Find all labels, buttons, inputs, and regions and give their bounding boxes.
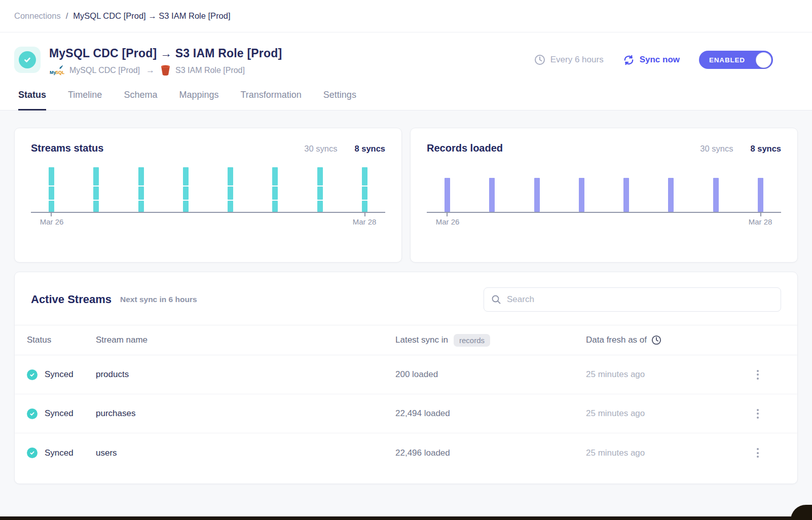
enabled-toggle[interactable]: ENABLED <box>699 51 773 69</box>
data-fresh: 25 minutes ago <box>586 448 735 458</box>
s3-bucket-icon <box>161 65 170 76</box>
streams-table-header: Status Stream name Latest sync in record… <box>15 325 797 355</box>
chart-bar <box>579 178 584 212</box>
synced-check-icon <box>27 408 38 419</box>
tab-schema[interactable]: Schema <box>124 90 157 110</box>
page-title: MySQL CDC [Prod] → S3 IAM Role [Prod] <box>49 47 282 60</box>
streams-status-range[interactable]: 30 syncs <box>304 144 337 154</box>
col-data-fresh: Data fresh as of <box>586 335 647 345</box>
records-badge[interactable]: records <box>454 334 490 347</box>
col-stream-name: Stream name <box>96 335 395 345</box>
chart-bar <box>489 178 495 212</box>
schedule-label: Every 6 hours <box>550 55 604 65</box>
records-loaded: 22,494 loaded <box>395 408 586 419</box>
sync-schedule: Every 6 hours <box>534 54 604 65</box>
breadcrumb-connections-link[interactable]: Connections <box>14 11 61 21</box>
sync-now-button[interactable]: Sync now <box>623 54 680 66</box>
svg-text:SQL: SQL <box>55 70 64 75</box>
screen-bottom-edge <box>0 516 812 520</box>
chart-bar <box>445 178 450 212</box>
connection-header: MySQL CDC [Prod] → S3 IAM Role [Prod] My… <box>0 32 812 110</box>
streams-status-selected[interactable]: 8 syncs <box>354 144 385 154</box>
arrow-icon: → <box>145 65 156 76</box>
stream-name: purchases <box>96 408 395 419</box>
stream-name: users <box>96 448 395 458</box>
refresh-icon <box>623 54 635 66</box>
toggle-knob <box>756 52 771 68</box>
connection-tabs: Status Timeline Schema Mappings Transfor… <box>0 90 812 110</box>
search-input[interactable] <box>507 294 773 305</box>
col-latest-sync: Latest sync in <box>395 335 448 345</box>
chart-bar <box>317 167 323 212</box>
records-loaded-chart: Mar 26 Mar 28 <box>427 166 781 226</box>
chart-bar <box>713 178 719 212</box>
x-axis <box>427 212 781 213</box>
records-loaded-card: Records loaded 30 syncs 8 syncs Mar 26 M… <box>410 128 798 263</box>
stream-name: products <box>96 369 395 380</box>
active-streams-title: Active Streams <box>31 293 112 306</box>
tab-mappings[interactable]: Mappings <box>179 90 218 110</box>
screen-bottom-corner <box>791 505 812 520</box>
tab-settings[interactable]: Settings <box>323 90 356 110</box>
streams-status-card: Streams status 30 syncs 8 syncs Mar 26 M… <box>14 128 402 263</box>
breadcrumb: Connections / MySQL CDC [Prod] → S3 IAM … <box>0 0 812 32</box>
chart-bar <box>534 178 540 212</box>
search-icon <box>491 294 501 305</box>
row-status: Synced <box>45 448 73 458</box>
tab-transformation[interactable]: Transformation <box>240 90 301 110</box>
row-menu-button[interactable] <box>753 446 763 460</box>
x-axis-end-label: Mar 28 <box>351 217 378 226</box>
col-status: Status <box>27 335 96 345</box>
row-menu-button[interactable] <box>753 407 763 421</box>
chart-bar <box>758 178 763 212</box>
chart-bar <box>272 167 278 212</box>
x-axis-start-label: Mar 26 <box>434 217 461 226</box>
stream-search[interactable] <box>484 287 781 312</box>
table-row-purchases[interactable]: Synced purchases 22,494 loaded 25 minute… <box>15 394 797 433</box>
check-circle-icon <box>19 51 36 68</box>
x-axis <box>31 212 385 213</box>
chart-bar <box>93 167 99 212</box>
breadcrumb-current: MySQL CDC [Prod] → S3 IAM Role [Prod] <box>73 11 230 21</box>
x-axis-start-label: Mar 26 <box>38 217 65 226</box>
data-fresh: 25 minutes ago <box>586 369 735 380</box>
chart-bar <box>183 167 189 212</box>
source-name: MySQL CDC [Prod] <box>69 66 140 75</box>
records-loaded-title: Records loaded <box>427 142 503 154</box>
clock-icon <box>534 54 545 65</box>
destination-name: S3 IAM Role [Prod] <box>175 66 245 75</box>
chart-bar <box>668 178 674 212</box>
connection-status-icon <box>14 47 41 73</box>
table-row-users[interactable]: Synced users 22,496 loaded 25 minutes ag… <box>15 433 797 472</box>
sync-now-label: Sync now <box>640 55 680 65</box>
row-status: Synced <box>45 369 73 380</box>
x-axis-end-label: Mar 28 <box>747 217 774 226</box>
chart-bar <box>138 167 144 212</box>
row-status: Synced <box>45 408 73 419</box>
records-loaded: 22,496 loaded <box>395 448 586 458</box>
chart-bar <box>362 167 367 212</box>
chart-bar <box>49 167 54 212</box>
records-loaded-selected[interactable]: 8 syncs <box>750 144 781 154</box>
streams-status-chart: Mar 26 Mar 28 <box>31 166 385 226</box>
streams-status-title: Streams status <box>31 142 103 154</box>
synced-check-icon <box>27 448 38 458</box>
enabled-toggle-label: ENABLED <box>709 56 745 64</box>
row-menu-button[interactable] <box>753 368 763 382</box>
chart-bar <box>623 178 629 212</box>
tab-status[interactable]: Status <box>18 90 46 110</box>
mysql-logo-icon: My SQL <box>49 65 64 76</box>
breadcrumb-separator: / <box>66 11 68 21</box>
records-loaded: 200 loaded <box>395 369 586 380</box>
active-streams-card: Active Streams Next sync in 6 hours Stat… <box>14 272 798 484</box>
table-row-products[interactable]: Synced products 200 loaded 25 minutes ag… <box>15 355 797 394</box>
clock-icon <box>651 335 661 345</box>
next-sync-label: Next sync in 6 hours <box>120 295 197 304</box>
records-loaded-range[interactable]: 30 syncs <box>700 144 733 154</box>
synced-check-icon <box>27 369 38 380</box>
data-fresh: 25 minutes ago <box>586 408 735 419</box>
tab-timeline[interactable]: Timeline <box>68 90 102 110</box>
chart-bar <box>228 167 233 212</box>
connection-subtitle: My SQL MySQL CDC [Prod] → S3 IAM Role [P… <box>49 65 282 76</box>
